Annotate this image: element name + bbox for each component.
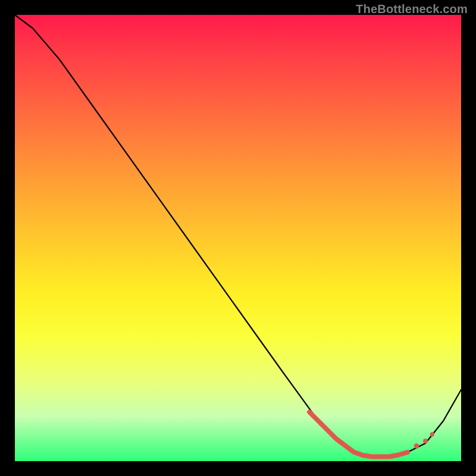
- plot-area: [15, 15, 461, 461]
- highlight-stroke: [309, 412, 408, 457]
- main-curve: [15, 15, 461, 457]
- highlight-dots: [414, 432, 434, 449]
- curve-svg: [15, 15, 461, 461]
- chart-frame: TheBottleneck.com: [0, 0, 476, 476]
- attribution-text: TheBottleneck.com: [356, 2, 468, 16]
- highlight-dot: [414, 443, 419, 449]
- highlight-dot: [423, 439, 428, 443]
- highlight-dot: [430, 432, 434, 436]
